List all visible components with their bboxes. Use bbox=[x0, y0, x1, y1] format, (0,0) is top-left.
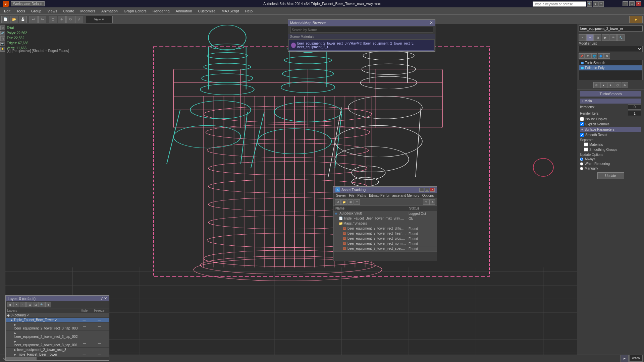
asset-minimize[interactable]: − bbox=[419, 188, 424, 192]
at-btn3[interactable]: ⊞ bbox=[347, 199, 354, 205]
tab-create[interactable]: + bbox=[579, 34, 586, 41]
layer-help[interactable]: ? bbox=[101, 296, 103, 301]
asset-menu-options[interactable]: Options bbox=[421, 193, 435, 198]
layer-row-triple2[interactable]: ▸ Triple_Faucet_Beer_Tower — — bbox=[6, 352, 109, 357]
ly-delete[interactable]: ✕ bbox=[13, 302, 19, 307]
explicit-checkbox[interactable] bbox=[580, 122, 584, 126]
mod-show-world[interactable]: 🌐 bbox=[591, 53, 597, 59]
search-input[interactable] bbox=[533, 1, 586, 7]
layer-row-tap002[interactable]: ▸ beer_equipment_2_tower_rect_3_tap_002 … bbox=[6, 331, 109, 339]
smoothing-groups-checkbox[interactable] bbox=[584, 147, 588, 152]
section-main[interactable]: Main bbox=[580, 99, 641, 104]
isoline-checkbox[interactable] bbox=[580, 117, 584, 121]
table-row[interactable]: 🖼beer_equipment_2_tower_rect_specular.pn… bbox=[333, 246, 437, 251]
at-btn2[interactable]: 📁 bbox=[341, 199, 347, 205]
table-row[interactable]: 🖼beer_equipment_2_tower_rect_diffuse.png… bbox=[333, 226, 437, 231]
ri-btn4[interactable]: ⬡ bbox=[614, 82, 621, 88]
toolbar-rotate[interactable]: ↻ bbox=[66, 16, 74, 23]
mod-show-end[interactable]: ⊞ bbox=[585, 53, 591, 59]
tab-hierarchy[interactable]: ⊞ bbox=[594, 34, 601, 41]
ly-add-sel[interactable]: +⊡ bbox=[26, 302, 32, 307]
table-row[interactable]: 🖼beer_equipment_2_tower_rect_glos.png Fo… bbox=[333, 236, 437, 241]
workspace-dropdown[interactable]: Workspace: Default bbox=[11, 1, 45, 6]
search-option-icon[interactable]: ▼ bbox=[593, 1, 598, 7]
lt-select[interactable]: ⊡ bbox=[0, 25, 5, 30]
tab-display[interactable]: 👁 bbox=[609, 34, 617, 41]
table-row[interactable]: 🖼beer_equipment_2_tower_rect_fresnel.png… bbox=[333, 231, 437, 236]
toolbar-render[interactable]: ▶ bbox=[629, 16, 643, 23]
at-help[interactable]: ? bbox=[423, 199, 429, 205]
menu-tools[interactable]: Tools bbox=[14, 8, 28, 14]
minimize-button[interactable]: − bbox=[623, 1, 628, 6]
ly-add[interactable]: + bbox=[20, 302, 26, 307]
menu-modifiers[interactable]: Modifiers bbox=[77, 8, 98, 14]
search-extra-icon[interactable]: ? bbox=[598, 1, 604, 7]
mod-remove[interactable]: 🗑 bbox=[604, 53, 610, 59]
toolbar-redo[interactable]: ↪ bbox=[38, 16, 46, 23]
search-icon[interactable]: 🔍 bbox=[587, 1, 592, 7]
tab-motion[interactable]: ▶ bbox=[602, 34, 609, 41]
at-btn4[interactable]: ☰ bbox=[354, 199, 360, 205]
manually-radio[interactable] bbox=[580, 167, 583, 170]
ri-btn3[interactable]: ✦ bbox=[607, 82, 614, 88]
ly-freeze-all[interactable]: ❄ bbox=[45, 302, 51, 307]
toolbar-move[interactable]: ✛ bbox=[58, 16, 66, 23]
asset-menu-server[interactable]: Server bbox=[335, 193, 347, 198]
section-surface[interactable]: Surface Parameters bbox=[580, 127, 641, 132]
lt-link[interactable]: 🔗 bbox=[0, 31, 5, 36]
toolbar-open[interactable]: 📂 bbox=[10, 16, 18, 23]
modifier-dropdown[interactable] bbox=[579, 46, 643, 52]
lt-light[interactable]: 💡 bbox=[0, 47, 5, 52]
maximize-button[interactable]: □ bbox=[629, 1, 635, 6]
mat-browser-close[interactable]: ✕ bbox=[430, 20, 433, 25]
toolbar-undo[interactable]: ↩ bbox=[30, 16, 38, 23]
asset-maximize[interactable]: □ bbox=[425, 188, 429, 192]
toolbar-select[interactable]: ⊡ bbox=[49, 16, 57, 23]
menu-edit[interactable]: Edit bbox=[1, 8, 13, 14]
menu-views[interactable]: Views bbox=[45, 8, 60, 14]
layer-close[interactable]: ✕ bbox=[104, 296, 107, 301]
menu-graph-editors[interactable]: Graph Editors bbox=[121, 8, 149, 14]
layer-row-tap003[interactable]: ▸ beer_equipment_2_tower_rect_3_tap_003 … bbox=[6, 322, 109, 331]
object-name-field[interactable]: beer_equipment_2_tower_re bbox=[579, 25, 643, 32]
asset-menu-file[interactable]: File bbox=[347, 193, 356, 198]
always-radio[interactable] bbox=[580, 158, 583, 161]
close-button[interactable]: ✕ bbox=[636, 1, 641, 6]
ly-select[interactable]: ⊡ bbox=[33, 302, 39, 307]
toolbar-new[interactable]: 📄 bbox=[1, 16, 9, 23]
ri-btn1[interactable]: ⊡ bbox=[593, 82, 600, 88]
layer-row-default[interactable]: ◆ 0 (default) ✓ bbox=[6, 313, 109, 318]
when-rendering-radio[interactable] bbox=[580, 162, 583, 166]
menu-group[interactable]: Group bbox=[29, 8, 44, 14]
modifier-turbos[interactable]: TurboSmooth bbox=[579, 60, 642, 65]
mod-make-unique[interactable]: 🔷 bbox=[598, 53, 604, 59]
toolbar-ref-coord[interactable]: View ▼ bbox=[86, 16, 113, 23]
menu-animation[interactable]: Animation bbox=[99, 8, 120, 14]
layer-row-rect3[interactable]: ▸ beer_equipment_2_tower_rect_3 — — bbox=[6, 348, 109, 352]
layer-row-tap001[interactable]: ▸ beer_equipment_2_tower_rect_3_tap_001 … bbox=[6, 339, 109, 348]
table-row[interactable]: 📁Maps / Shaders bbox=[333, 221, 437, 226]
update-button[interactable]: Update bbox=[597, 172, 624, 179]
toolbar-save[interactable]: 💾 bbox=[19, 16, 27, 23]
lt-unlink[interactable]: ⛓ bbox=[0, 36, 5, 41]
menu-customize[interactable]: Customize bbox=[196, 8, 218, 14]
at-settings[interactable]: ⚙ bbox=[429, 199, 435, 205]
lt-camera[interactable]: 📷 bbox=[0, 42, 5, 46]
menu-animation2[interactable]: Animation bbox=[173, 8, 195, 14]
table-row[interactable]: ◈Autodesk Vault Logged Out bbox=[333, 211, 437, 216]
table-row[interactable]: 🖼beer_equipment_2_tower_rect_normal.png … bbox=[333, 241, 437, 246]
asset-hscrollbar[interactable] bbox=[333, 251, 437, 255]
asset-menu-bitmap[interactable]: Bitmap Performance and Memory bbox=[368, 193, 421, 198]
ri-btn2[interactable]: ▲ bbox=[600, 82, 607, 88]
menu-rendering[interactable]: Rendering bbox=[150, 8, 172, 14]
material-item[interactable]: beer_equipment_2_tower_rect_3 (VRayMtl) … bbox=[289, 40, 434, 51]
tab-utilities[interactable]: 🔧 bbox=[617, 34, 625, 41]
iterations-input[interactable] bbox=[628, 104, 641, 110]
toolbar-scale[interactable]: ⤢ bbox=[75, 16, 83, 23]
menu-maxscript[interactable]: MAXScript bbox=[219, 8, 242, 14]
ly-current[interactable]: ◆ bbox=[7, 302, 13, 307]
render-iters-input[interactable] bbox=[628, 111, 641, 116]
menu-create[interactable]: Create bbox=[60, 8, 77, 14]
menu-help[interactable]: Help bbox=[242, 8, 255, 14]
table-row[interactable]: 📄Triple_Faucet_Beer_Tower_max_vray.max O… bbox=[333, 216, 437, 221]
